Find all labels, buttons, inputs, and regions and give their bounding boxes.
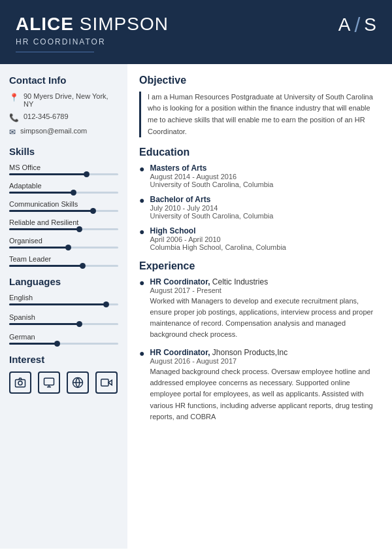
- skill-bar-bg: [9, 228, 118, 230]
- skill-bar-fill: [9, 192, 74, 194]
- main-content: Objective I am a Human Resources Postgra…: [127, 64, 392, 549]
- contact-address: 📍 90 Myers Drive, New York, NY: [9, 92, 118, 108]
- contact-title: Contact Info: [9, 75, 118, 86]
- exp-date: August 2017 - Present: [150, 286, 380, 294]
- skill-item: Reliable and Resilient: [9, 218, 118, 230]
- bullet: ●: [139, 195, 144, 220]
- email-icon: ✉: [9, 128, 16, 137]
- lang-bar-bg: [9, 343, 118, 345]
- contact-phone: 📞 012-345-6789: [9, 112, 118, 122]
- header-divider: [16, 52, 94, 52]
- sidebar: Contact Info 📍 90 Myers Drive, New York,…: [0, 64, 127, 549]
- objective-title: Objective: [139, 75, 380, 86]
- bullet: ●: [139, 226, 144, 251]
- lang-bar-bg: [9, 323, 118, 325]
- exp-company: Jhonson Products,Inc: [212, 348, 287, 357]
- lang-bar-fill: [9, 303, 107, 305]
- svg-marker-7: [108, 380, 112, 385]
- skill-item: Communication Skills: [9, 200, 118, 212]
- lang-bar-fill: [9, 323, 80, 325]
- skill-bar-bg: [9, 192, 118, 194]
- edu-date: July 2010 - July 2014: [150, 204, 273, 212]
- experience-list: ● HR Coordinator, Celtic Industries Augu…: [139, 277, 380, 422]
- languages-title: Languages: [9, 276, 118, 287]
- photography-icon: [9, 371, 31, 394]
- monogram-a: A: [338, 16, 351, 34]
- skill-bar-bg: [9, 247, 118, 249]
- skill-label: Team Leader: [9, 255, 118, 263]
- edu-school: University of South Carolina, Columbia: [150, 212, 273, 220]
- exp-date: August 2016 - August 2017: [150, 357, 380, 365]
- monogram-s: S: [364, 16, 376, 34]
- language-item: Spanish: [9, 313, 118, 325]
- interest-title: Interest: [9, 354, 118, 365]
- skill-bar-fill: [9, 265, 84, 267]
- exp-title: HR Coordinator, Celtic Industries: [150, 277, 380, 286]
- contact-email: ✉ simpson@email.com: [9, 127, 118, 137]
- exp-content: HR Coordinator, Jhonson Products,Inc Aug…: [150, 348, 380, 422]
- skills-title: Skills: [9, 146, 118, 157]
- monogram: A / S: [338, 14, 376, 35]
- full-name: ALICE SIMPSON: [16, 14, 169, 35]
- exp-desc: Worked with Managers to develop and exec…: [150, 296, 380, 340]
- edu-content: Masters of Arts August 2014 - August 201…: [150, 163, 273, 188]
- location-icon: 📍: [9, 93, 19, 102]
- monogram-slash: /: [354, 14, 360, 35]
- edu-date: April 2006 - April 2010: [150, 235, 286, 243]
- lang-bar-fill: [9, 343, 58, 345]
- education-list: ● Masters of Arts August 2014 - August 2…: [139, 163, 380, 251]
- bullet: ●: [139, 163, 144, 188]
- skill-bar-bg: [9, 173, 118, 175]
- edu-date: August 2014 - August 2016: [150, 173, 273, 180]
- skill-label: Reliable and Resilient: [9, 218, 118, 226]
- job-title: HR COORDINATOR: [16, 37, 169, 46]
- resume-header: ALICE SIMPSON HR COORDINATOR A / S: [0, 0, 392, 64]
- main-layout: Contact Info 📍 90 Myers Drive, New York,…: [0, 64, 392, 549]
- edu-content: Bachelor of Arts July 2010 - July 2014 U…: [150, 195, 273, 220]
- skill-bar-fill: [9, 247, 69, 249]
- skill-item: Organised: [9, 237, 118, 249]
- education-item: ● High School April 2006 - April 2010 Co…: [139, 226, 380, 251]
- language-item: English: [9, 294, 118, 305]
- skill-bar-fill: [9, 173, 88, 175]
- exp-company: Celtic Industries: [212, 277, 268, 286]
- globe-icon: [67, 371, 89, 394]
- exp-title: HR Coordinator, Jhonson Products,Inc: [150, 348, 380, 357]
- svg-point-1: [18, 381, 22, 385]
- language-label: English: [9, 294, 118, 301]
- experience-item: ● HR Coordinator, Celtic Industries Augu…: [139, 277, 380, 340]
- skill-bar-fill: [9, 210, 94, 212]
- education-item: ● Masters of Arts August 2014 - August 2…: [139, 163, 380, 188]
- computer-icon: [38, 371, 60, 394]
- education-title: Education: [139, 146, 380, 158]
- experience-item: ● HR Coordinator, Jhonson Products,Inc A…: [139, 348, 380, 422]
- edu-degree: High School: [150, 226, 286, 235]
- skill-bar-bg: [9, 265, 118, 267]
- phone-icon: 📞: [9, 113, 19, 122]
- language-label: German: [9, 333, 118, 341]
- exp-content: HR Coordinator, Celtic Industries August…: [150, 277, 380, 340]
- skill-item: Adaptable: [9, 182, 118, 194]
- header-name-block: ALICE SIMPSON HR COORDINATOR: [16, 14, 169, 52]
- video-icon: [95, 371, 118, 394]
- skill-bar-bg: [9, 210, 118, 212]
- language-label: Spanish: [9, 313, 118, 321]
- education-item: ● Bachelor of Arts July 2010 - July 2014…: [139, 195, 380, 220]
- svg-rect-8: [101, 379, 108, 387]
- bullet: ●: [139, 277, 144, 340]
- edu-degree: Masters of Arts: [150, 163, 273, 173]
- skill-label: Organised: [9, 237, 118, 245]
- skill-bar-fill: [9, 228, 80, 230]
- skill-item: MS Office: [9, 163, 118, 175]
- skill-item: Team Leader: [9, 255, 118, 267]
- languages-list: English Spanish German: [9, 294, 118, 345]
- exp-desc: Managed background check process. Oversa…: [150, 366, 380, 422]
- bullet: ●: [139, 348, 144, 422]
- interest-icons: [9, 371, 118, 394]
- skill-label: Adaptable: [9, 182, 118, 190]
- svg-rect-2: [44, 378, 54, 385]
- skill-label: Communication Skills: [9, 200, 118, 208]
- edu-content: High School April 2006 - April 2010 Colu…: [150, 226, 286, 251]
- edu-school: University of South Carolina, Columbia: [150, 180, 273, 188]
- experience-title: Experience: [139, 260, 380, 272]
